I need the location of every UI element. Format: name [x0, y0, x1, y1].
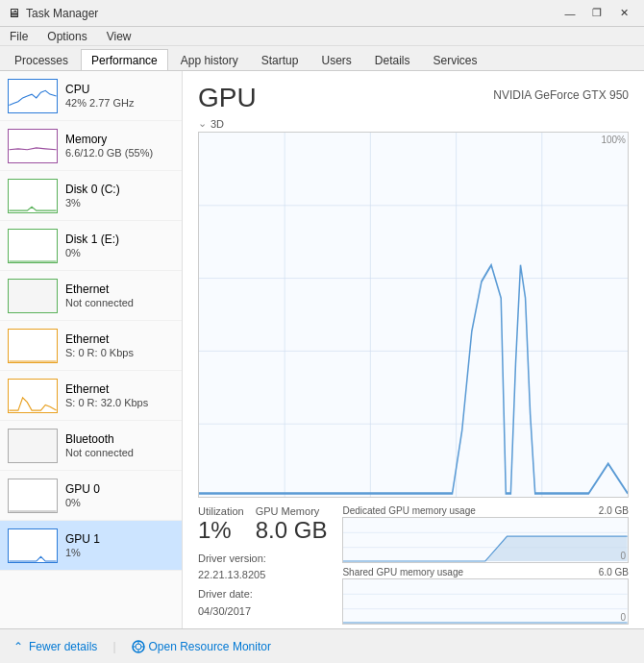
- ethernet0-info: Ethernet Not connected: [65, 282, 174, 308]
- sidebar-item-ethernet2[interactable]: Ethernet S: 0 R: 32.0 Kbps: [0, 371, 182, 421]
- shared-max: 6.0 GB: [599, 567, 629, 577]
- detail-panel: GPU NVIDIA GeForce GTX 950 ⌄ 3D 100%: [183, 71, 644, 628]
- driver-info: Driver version: 22.21.13.8205 Driver dat…: [198, 551, 327, 620]
- sidebar-item-gpu0[interactable]: GPU 0 0%: [0, 471, 182, 521]
- sidebar-item-ethernet0[interactable]: Ethernet Not connected: [0, 271, 182, 321]
- title-bar-controls: — ❐ ✕: [557, 4, 636, 23]
- ethernet2-value: S: 0 R: 32.0 Kbps: [65, 397, 174, 408]
- ethernet2-thumbnail: [8, 379, 58, 413]
- tab-processes[interactable]: Processes: [4, 49, 79, 70]
- stats-column: Utilization 1% GPU Memory 8.0 GB Driver …: [198, 505, 327, 625]
- tab-services[interactable]: Services: [423, 49, 488, 70]
- gpu0-name: GPU 0: [65, 482, 174, 496]
- ethernet0-value: Not connected: [65, 297, 174, 308]
- ethernet2-name: Ethernet: [65, 382, 174, 396]
- sidebar-item-disk1[interactable]: Disk 1 (E:) 0%: [0, 221, 182, 271]
- disk1-thumbnail: [8, 229, 58, 263]
- minimize-button[interactable]: —: [557, 4, 582, 23]
- monitor-icon: [132, 640, 145, 653]
- disk0-value: 3%: [65, 197, 174, 209]
- sidebar-item-disk0[interactable]: Disk 0 (C:) 3%: [0, 171, 182, 221]
- sidebar-item-cpu[interactable]: CPU 42% 2.77 GHz: [0, 71, 182, 121]
- detail-subtitle: NVIDIA GeForce GTX 950: [493, 88, 629, 102]
- menu-file[interactable]: File: [4, 29, 34, 44]
- bluetooth-name: Bluetooth: [65, 432, 174, 446]
- cpu-info: CPU 42% 2.77 GHz: [65, 83, 174, 109]
- shared-chart-block: Shared GPU memory usage 6.0 GB 0: [342, 567, 629, 625]
- chart-area: ⌄ 3D 100%: [198, 117, 629, 498]
- sidebar-item-memory[interactable]: Memory 6.6/12.0 GB (55%): [0, 121, 182, 171]
- tab-startup[interactable]: Startup: [251, 49, 310, 70]
- memory-name: Memory: [65, 133, 174, 146]
- utilization-label: Utilization: [198, 505, 244, 517]
- fewer-details-button[interactable]: ⌃ Fewer details: [12, 640, 97, 653]
- menu-options[interactable]: Options: [41, 29, 92, 44]
- gpu0-info: GPU 0 0%: [65, 482, 174, 508]
- ethernet1-name: Ethernet: [65, 332, 174, 346]
- svg-point-14: [136, 644, 141, 650]
- tabs-bar: Processes Performance App history Startu…: [0, 46, 644, 71]
- gpu1-info: GPU 1 1%: [65, 532, 174, 558]
- dedicated-chart-block: Dedicated GPU memory usage 2.0 GB 0: [342, 505, 629, 563]
- sidebar: CPU 42% 2.77 GHz Memory 6.6/12.0 GB (55%…: [0, 71, 183, 628]
- dedicated-zero: 0: [620, 551, 626, 561]
- disk0-name: Disk 0 (C:): [65, 183, 174, 196]
- disk1-value: 0%: [65, 247, 174, 258]
- mini-charts-column: Dedicated GPU memory usage 2.0 GB 0: [342, 505, 629, 625]
- maximize-button[interactable]: ❐: [584, 4, 609, 23]
- gpumemory-label: GPU Memory: [256, 505, 328, 517]
- ethernet2-info: Ethernet S: 0 R: 32.0 Kbps: [65, 382, 174, 408]
- app-icon: 🖥: [8, 6, 20, 20]
- ethernet1-value: S: 0 R: 0 Kbps: [65, 347, 174, 358]
- gpu1-thumbnail: [8, 528, 58, 563]
- utilization-value: 1%: [198, 517, 244, 545]
- cpu-value: 42% 2.77 GHz: [65, 97, 174, 109]
- bottom-section: Utilization 1% GPU Memory 8.0 GB Driver …: [183, 498, 644, 628]
- disk1-name: Disk 1 (E:): [65, 233, 174, 246]
- utilization-block: Utilization 1%: [198, 505, 244, 545]
- sidebar-item-ethernet1[interactable]: Ethernet S: 0 R: 0 Kbps: [0, 321, 182, 371]
- tab-details[interactable]: Details: [364, 49, 421, 70]
- memory-value: 6.6/12.0 GB (55%): [65, 147, 174, 159]
- title-bar-title: Task Manager: [26, 7, 98, 20]
- bluetooth-info: Bluetooth Not connected: [65, 432, 174, 458]
- chevron-up-icon: ⌃: [12, 640, 25, 653]
- driver-version-label: Driver version: 22.21.13.8205: [198, 551, 327, 584]
- ethernet1-thumbnail: [8, 329, 58, 363]
- shared-label: Shared GPU memory usage: [342, 567, 463, 577]
- dedicated-max: 2.0 GB: [599, 505, 629, 516]
- tab-performance[interactable]: Performance: [81, 49, 168, 70]
- gpu1-name: GPU 1: [65, 532, 174, 546]
- menu-bar: File Options View: [0, 27, 644, 46]
- tab-users[interactable]: Users: [310, 49, 361, 70]
- dedicated-label: Dedicated GPU memory usage: [342, 505, 475, 516]
- gpu1-value: 1%: [65, 547, 174, 558]
- cpu-name: CPU: [65, 83, 174, 96]
- menu-view[interactable]: View: [101, 29, 137, 44]
- gpumemory-block: GPU Memory 8.0 GB: [256, 505, 328, 545]
- close-button[interactable]: ✕: [611, 4, 636, 23]
- chart-max-label: 100%: [601, 135, 626, 145]
- dedicated-label-row: Dedicated GPU memory usage 2.0 GB: [342, 505, 629, 516]
- main-chart: 100%: [198, 132, 629, 498]
- ethernet0-name: Ethernet: [65, 282, 174, 296]
- gpumemory-value: 8.0 GB: [256, 517, 328, 545]
- open-resource-monitor-button[interactable]: Open Resource Monitor: [132, 640, 271, 653]
- tab-apphistory[interactable]: App history: [170, 49, 249, 70]
- dedicated-chart: 0: [342, 517, 629, 563]
- detail-title: GPU: [198, 83, 257, 113]
- sidebar-item-gpu1[interactable]: GPU 1 1%: [0, 521, 182, 571]
- svg-marker-10: [343, 536, 628, 561]
- gpu0-thumbnail: [8, 479, 58, 513]
- main-content: CPU 42% 2.77 GHz Memory 6.6/12.0 GB (55%…: [0, 71, 644, 628]
- bluetooth-value: Not connected: [65, 447, 174, 458]
- footer: ⌃ Fewer details | Open Resource Monitor: [0, 628, 644, 663]
- stats-row: Utilization 1% GPU Memory 8.0 GB: [198, 505, 327, 545]
- title-bar-left: 🖥 Task Manager: [8, 6, 98, 20]
- sidebar-item-bluetooth[interactable]: Bluetooth Not connected: [0, 421, 182, 471]
- disk0-thumbnail: [8, 179, 58, 213]
- ethernet0-thumbnail: [8, 279, 58, 313]
- detail-header: GPU NVIDIA GeForce GTX 950: [183, 71, 644, 117]
- driver-date-label: Driver date: 04/30/2017: [198, 586, 327, 620]
- disk1-info: Disk 1 (E:) 0%: [65, 233, 174, 258]
